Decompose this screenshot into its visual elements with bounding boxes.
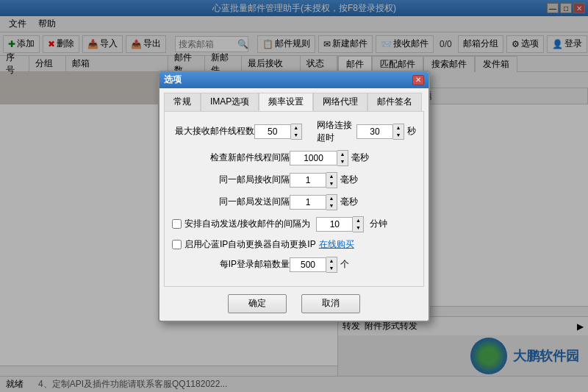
same-local-recv-label: 同一邮局接收间隔 <box>172 174 290 186</box>
auto-ip-label: 启用心蓝IP自动更换器自动更换IP <box>184 238 316 251</box>
modal-tab-imap[interactable]: IMAP选项 <box>201 93 259 111</box>
per-ip-label: 每IP登录邮箱数量 <box>172 258 290 271</box>
cancel-button[interactable]: 取消 <box>301 294 360 313</box>
auto-sync-input[interactable] <box>316 217 353 232</box>
modal-close-button[interactable]: ✕ <box>412 75 424 85</box>
per-ip-unit: 个 <box>340 258 349 271</box>
same-local-send-spinbox[interactable]: ▲ ▼ <box>290 194 337 210</box>
check-interval-down[interactable]: ▼ <box>337 158 348 165</box>
per-ip-spin-buttons[interactable]: ▲ ▼ <box>326 257 337 273</box>
modal-overlay: 选项 ✕ 常规 IMAP选项 频率设置 网络代理 邮件签名 最大接收邮件线程数 <box>0 0 588 392</box>
per-ip-input[interactable] <box>290 257 326 272</box>
network-timeout-up[interactable]: ▲ <box>393 124 404 132</box>
per-ip-down[interactable]: ▼ <box>326 265 337 272</box>
same-local-recv-spin-buttons[interactable]: ▲ ▼ <box>326 172 337 188</box>
per-ip-row: 每IP登录邮箱数量 ▲ ▼ 个 <box>172 257 416 273</box>
modal-tab-signature[interactable]: 邮件签名 <box>368 93 422 111</box>
modal-tab-frequency[interactable]: 频率设置 <box>259 93 313 111</box>
modal-footer: 确定 取消 <box>159 287 429 321</box>
auto-sync-label: 安排自动发送/接收邮件的间隔为 <box>184 218 310 230</box>
per-ip-up[interactable]: ▲ <box>326 257 337 265</box>
same-local-send-input[interactable] <box>290 195 326 210</box>
same-local-send-label: 同一邮局发送间隔 <box>172 196 290 208</box>
max-threads-spinbox[interactable]: ▲ ▼ <box>254 124 302 140</box>
auto-sync-checkbox[interactable] <box>172 219 182 229</box>
same-local-send-unit: 毫秒 <box>340 196 358 208</box>
check-interval-spin-buttons[interactable]: ▲ ▼ <box>337 150 348 166</box>
auto-ip-row: 启用心蓝IP自动更换器自动更换IP 在线购买 <box>172 238 416 251</box>
network-timeout-spin-buttons[interactable]: ▲ ▼ <box>393 124 404 140</box>
same-local-send-spin-buttons[interactable]: ▲ ▼ <box>326 194 337 210</box>
network-timeout-input[interactable] <box>356 124 393 139</box>
auto-ip-checkbox[interactable] <box>172 240 182 249</box>
network-timeout-unit: 秒 <box>407 125 416 138</box>
check-interval-unit: 毫秒 <box>351 152 369 164</box>
same-local-recv-up[interactable]: ▲ <box>326 173 337 180</box>
check-interval-label: 检查新邮件线程间隔 <box>172 152 290 164</box>
modal-title-bar: 选项 ✕ <box>159 72 429 88</box>
check-interval-input[interactable] <box>290 151 337 165</box>
same-local-recv-row: 同一邮局接收间隔 ▲ ▼ 毫秒 <box>172 172 416 188</box>
modal-tab-proxy[interactable]: 网络代理 <box>313 93 368 111</box>
max-threads-input[interactable] <box>254 124 291 139</box>
modal-tab-general[interactable]: 常规 <box>164 93 201 111</box>
auto-sync-spin-buttons[interactable]: ▲ ▼ <box>353 216 364 232</box>
same-local-recv-input[interactable] <box>290 173 326 188</box>
options-dialog: 选项 ✕ 常规 IMAP选项 频率设置 网络代理 邮件签名 最大接收邮件线程数 <box>158 71 430 322</box>
check-interval-spinbox[interactable]: ▲ ▼ <box>290 150 348 166</box>
max-threads-up[interactable]: ▲ <box>291 124 301 132</box>
same-local-recv-down[interactable]: ▼ <box>326 180 337 188</box>
check-interval-up[interactable]: ▲ <box>337 151 348 158</box>
same-local-recv-spinbox[interactable]: ▲ ▼ <box>290 172 337 188</box>
auto-ip-link[interactable]: 在线购买 <box>319 238 354 251</box>
same-local-recv-unit: 毫秒 <box>340 174 358 186</box>
modal-tabs: 常规 IMAP选项 频率设置 网络代理 邮件签名 <box>159 88 429 111</box>
modal-body: 最大接收邮件线程数 ▲ ▼ 网络连接超时 ▲ ▼ <box>164 111 424 287</box>
auto-sync-row: 安排自动发送/接收邮件的间隔为 ▲ ▼ 分钟 <box>172 216 416 232</box>
auto-sync-unit: 分钟 <box>370 218 387 230</box>
same-local-send-down[interactable]: ▼ <box>326 202 337 210</box>
per-ip-spinbox[interactable]: ▲ ▼ <box>290 257 337 273</box>
max-threads-down[interactable]: ▼ <box>291 132 301 139</box>
max-threads-spin-buttons[interactable]: ▲ ▼ <box>291 124 302 140</box>
max-threads-row: 最大接收邮件线程数 ▲ ▼ 网络连接超时 ▲ ▼ <box>172 119 416 144</box>
network-timeout-down[interactable]: ▼ <box>393 132 404 139</box>
auto-sync-up[interactable]: ▲ <box>353 217 363 224</box>
ok-button[interactable]: 确定 <box>228 294 287 313</box>
check-interval-row: 检查新邮件线程间隔 ▲ ▼ 毫秒 <box>172 150 416 166</box>
auto-sync-down[interactable]: ▼ <box>353 224 363 232</box>
same-local-send-row: 同一邮局发送间隔 ▲ ▼ 毫秒 <box>172 194 416 210</box>
same-local-send-up[interactable]: ▲ <box>326 195 337 202</box>
max-threads-label: 最大接收邮件线程数 <box>172 125 254 138</box>
auto-sync-spinbox[interactable]: ▲ ▼ <box>316 216 364 232</box>
network-timeout-spinbox[interactable]: ▲ ▼ <box>356 124 404 140</box>
modal-title: 选项 <box>164 74 182 86</box>
network-timeout-label: 网络连接超时 <box>317 119 354 144</box>
